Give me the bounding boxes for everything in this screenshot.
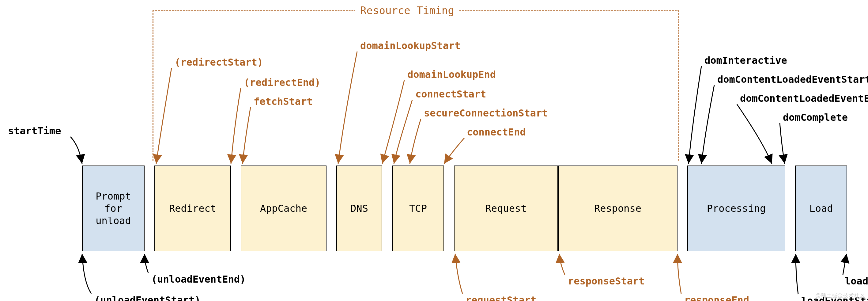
label-fetchstart: fetchStart	[254, 96, 313, 107]
label-redirectend: (redirectEnd)	[244, 77, 320, 88]
label-domcontentloadedeventend: domContentLoadedEventEnd	[740, 93, 868, 104]
label-responsestart: responseStart	[568, 275, 644, 287]
box-load: Load	[795, 165, 847, 251]
resource-timing-title: Resource Timing	[355, 4, 459, 17]
timing-diagram: Resource Timing Prompt for unload Redire…	[0, 0, 868, 301]
box-redirect: Redirect	[154, 165, 231, 251]
label-responseend: responseEnd	[684, 294, 749, 301]
label-unloadeventend: (unloadEventEnd)	[151, 273, 246, 285]
box-response: Response	[558, 165, 678, 251]
label-dominteractive: domInteractive	[705, 55, 787, 66]
label-secureconnectionstart: secureConnectionStart	[424, 107, 548, 119]
label-connectend: connectEnd	[467, 126, 526, 138]
label-domcontentloadedeventstart: domContentLoadedEventStart	[717, 73, 868, 85]
label-domcomplete: domComplete	[783, 112, 848, 123]
box-processing: Processing	[687, 165, 785, 251]
label-connectstart: connectStart	[415, 88, 486, 100]
watermark: @稀土掘金技术社区	[815, 292, 865, 299]
resource-timing-bracket	[153, 10, 679, 161]
label-loadeventend: loadEventEnd	[845, 275, 868, 287]
box-appcache: AppCache	[241, 165, 327, 251]
label-domainlookupend: domainLookupEnd	[407, 69, 496, 80]
box-dns: DNS	[336, 165, 382, 251]
label-unloadeventstart: (unloadEventStart)	[94, 294, 200, 301]
label-starttime: startTime	[8, 125, 61, 137]
label-requeststart: requestStart	[466, 294, 536, 301]
box-prompt-for-unload: Prompt for unload	[82, 165, 145, 251]
box-request: Request	[454, 165, 558, 251]
label-domainlookupstart: domainLookupStart	[360, 40, 461, 52]
label-redirectstart: (redirectStart)	[175, 56, 263, 68]
box-tcp: TCP	[392, 165, 444, 251]
